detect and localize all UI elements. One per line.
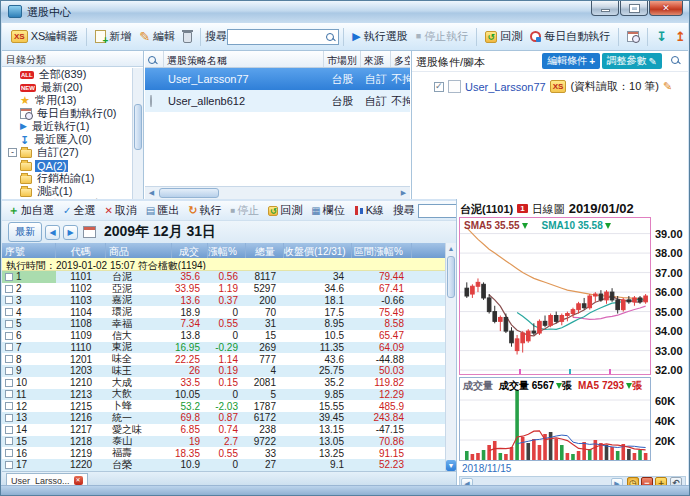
- delete-button[interactable]: [179, 28, 196, 45]
- backtest-button[interactable]: ↺ 回測: [481, 27, 526, 46]
- row-checkbox[interactable]: [5, 367, 13, 375]
- strategy-row[interactable]: User_allenb612台股自訂不拘: [145, 90, 410, 112]
- table-row[interactable]: 111213大飲10.05059.8512.29: [2, 389, 445, 401]
- tree-scrollbar[interactable]: [132, 68, 143, 199]
- scroll-left-arrow[interactable]: ◀: [146, 188, 157, 198]
- column-header[interactable]: 區間漲幅%: [352, 243, 412, 258]
- table-row[interactable]: 151218泰山192.7972213.0570.86: [2, 436, 445, 448]
- column-source[interactable]: 來源: [361, 51, 391, 67]
- table-row[interactable]: 51108幸福7.340.55318.958.58: [2, 318, 445, 330]
- table-row[interactable]: 61109信大13.801510.565.47: [2, 330, 445, 342]
- import-button[interactable]: ↧: [652, 29, 671, 45]
- new-button[interactable]: 新增: [91, 27, 135, 46]
- table-row[interactable]: 171220台榮10.90279.152.23: [2, 459, 445, 471]
- row-checkbox[interactable]: [5, 449, 13, 457]
- table-row[interactable]: 11101台泥35.60.5681173479.44: [2, 271, 445, 283]
- close-button[interactable]: ✕: [649, 1, 683, 16]
- table-row[interactable]: 81201味全22.251.1477743.6-44.88: [2, 353, 445, 365]
- backtest-result-button[interactable]: ↺回測: [268, 203, 302, 218]
- column-header[interactable]: 序號: [2, 243, 56, 258]
- calendar-icon[interactable]: [83, 226, 96, 238]
- kline-result-button[interactable]: K線: [354, 203, 384, 218]
- column-strategy-name[interactable]: 選股策略名稱: [164, 51, 324, 67]
- table-row[interactable]: 21102亞泥33.951.19529734.667.41: [2, 283, 445, 295]
- stop-result-button[interactable]: ■停止: [230, 203, 259, 218]
- period-box[interactable]: [448, 80, 461, 93]
- row-checkbox[interactable]: [5, 355, 13, 363]
- minimize-button[interactable]: [591, 1, 619, 16]
- edit-pencil-icon[interactable]: ✎: [663, 80, 672, 93]
- scroll-down-arrow[interactable]: ▼: [446, 460, 456, 471]
- row-checkbox[interactable]: [5, 285, 13, 293]
- export-button[interactable]: ↥: [671, 29, 690, 45]
- edit-button[interactable]: ✎ 編輯: [135, 27, 179, 46]
- prev-date-button[interactable]: ◀: [45, 225, 60, 240]
- zoom-in-icon[interactable]: [671, 56, 680, 65]
- grid-result-button[interactable]: ▦欄位: [311, 203, 344, 218]
- strategy-list-hscrollbar[interactable]: ◀ ▶: [145, 186, 410, 199]
- row-checkbox[interactable]: [5, 379, 13, 387]
- table-row[interactable]: 91203味王260.19425.7550.03: [2, 365, 445, 377]
- tree-item[interactable]: -自訂(27): [2, 146, 132, 159]
- maximize-button[interactable]: [620, 1, 648, 16]
- condition-checkbox[interactable]: [434, 82, 444, 92]
- scroll-right-arrow[interactable]: ▶: [398, 188, 409, 198]
- table-row[interactable]: 161219福壽18.350.553313.2591.15: [2, 447, 445, 459]
- schedule-view-button[interactable]: [623, 29, 643, 44]
- zoom-column-header[interactable]: [145, 51, 164, 67]
- row-checkbox[interactable]: [5, 343, 13, 351]
- change-cell: -0.29: [208, 342, 246, 353]
- table-scroll-thumb[interactable]: [447, 256, 455, 298]
- column-long-short[interactable]: 多空: [391, 51, 410, 67]
- row-checkbox[interactable]: [5, 320, 13, 328]
- x-result-button[interactable]: ✕取消: [104, 203, 136, 218]
- row-checkbox[interactable]: [5, 402, 13, 410]
- table-row[interactable]: 101210大成33.50.15208135.2119.82: [2, 377, 445, 389]
- row-checkbox[interactable]: [5, 426, 13, 434]
- stop-run-button[interactable]: ■ 停止執行: [412, 27, 472, 46]
- tree-item[interactable]: 雲端策略中心v1(1: [2, 198, 132, 199]
- row-checkbox[interactable]: [5, 296, 13, 304]
- row-checkbox[interactable]: [5, 390, 13, 398]
- table-row[interactable]: 31103嘉泥13.60.3720018.1-0.66: [2, 295, 445, 307]
- latest-button[interactable]: 最新: [8, 222, 42, 242]
- plus-result-button[interactable]: ＋加自選: [8, 203, 54, 218]
- search-input[interactable]: [227, 29, 339, 45]
- table-row[interactable]: 131216統一69.80.87617239.45243.84: [2, 412, 445, 424]
- row-checkbox[interactable]: [5, 437, 13, 445]
- column-market[interactable]: 市場別: [324, 51, 361, 67]
- tree-scrollbar-thumb[interactable]: [134, 104, 142, 150]
- condition-item[interactable]: User_Larsson77 XS (資料讀取：10 筆) ✎: [412, 72, 688, 94]
- condition-name[interactable]: User_Larsson77: [465, 81, 546, 93]
- column-header[interactable]: 漲幅%: [208, 243, 246, 258]
- check-result-button[interactable]: ✓全選: [63, 203, 95, 218]
- row-checkbox[interactable]: [5, 308, 13, 316]
- row-checkbox[interactable]: [5, 461, 13, 469]
- edit-condition-button[interactable]: 編輯條件 +: [542, 53, 600, 69]
- run-result-button[interactable]: ↻執行: [188, 203, 221, 218]
- column-header[interactable]: 收盤價(12/31): [284, 243, 352, 258]
- table-row[interactable]: 71110東泥16.95-0.2926911.3564.09: [2, 342, 445, 354]
- table-row[interactable]: 41104環泥18.907017.575.49: [2, 306, 445, 318]
- column-header[interactable]: 商品: [106, 243, 172, 258]
- table-row[interactable]: 141217愛之味6.850.7423813.15-47.15: [2, 424, 445, 436]
- column-header[interactable]: 總量: [246, 243, 284, 258]
- daily-auto-run-button[interactable]: 每日自動執行: [526, 27, 614, 46]
- hscroll-thumb[interactable]: [159, 188, 219, 198]
- xs-editor-button[interactable]: XS XS編輯器: [7, 27, 82, 46]
- strategy-row[interactable]: User_Larsson77台股自訂不拘: [145, 68, 410, 90]
- run-selection-button[interactable]: ▶ 執行選股: [348, 27, 411, 46]
- next-date-button[interactable]: ▶: [63, 225, 78, 240]
- export-result-button[interactable]: ▤匯出: [146, 203, 179, 218]
- row-checkbox[interactable]: [5, 273, 13, 281]
- column-header[interactable]: 成交: [172, 243, 208, 258]
- close-tab-icon[interactable]: ✕: [74, 476, 83, 485]
- table-row[interactable]: 121215卜蜂53.2-2.03178715.55485.9: [2, 400, 445, 412]
- adjust-params-button[interactable]: 調整參數 ✎: [602, 53, 662, 69]
- row-checkbox[interactable]: [5, 332, 13, 340]
- scroll-up-arrow[interactable]: ▲: [446, 243, 456, 254]
- row-checkbox[interactable]: [5, 414, 13, 422]
- expander-icon[interactable]: -: [8, 148, 17, 157]
- column-header[interactable]: 代碼: [56, 243, 106, 258]
- table-vscrollbar[interactable]: ▲ ▼: [445, 243, 456, 471]
